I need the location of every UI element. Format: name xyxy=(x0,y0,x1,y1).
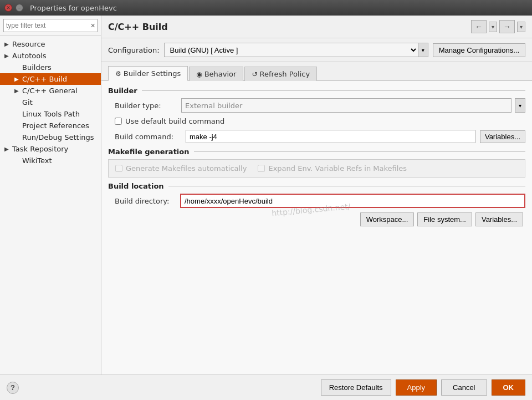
sidebar-item-cpp-general[interactable]: C/C++ General xyxy=(0,85,101,97)
expand-option: Expand Env. Variable Refs in Makefiles xyxy=(258,164,407,173)
config-select-wrap[interactable]: Build (GNU) [ Active ] ▾ xyxy=(164,43,428,57)
back-dropdown-button[interactable]: ▾ xyxy=(489,22,497,32)
tab-label: Refresh Policy xyxy=(259,70,310,78)
generate-option: Generate Makefiles automatically xyxy=(115,164,247,173)
panel: Builder Builder type: External builder ▾ xyxy=(101,81,532,374)
use-default-checkbox[interactable] xyxy=(115,118,122,125)
restore-defaults-button[interactable]: Restore Defaults xyxy=(321,379,391,396)
filter-clear-icon[interactable]: ✕ xyxy=(89,22,96,29)
tab-label: Behavior xyxy=(204,70,237,78)
section-divider xyxy=(168,186,525,186)
builder-type-row: Builder type: External builder ▾ xyxy=(108,98,525,113)
sidebar-item-builders[interactable]: Builders xyxy=(0,62,101,73)
page-title: C/C++ Build xyxy=(108,22,471,32)
sidebar: ✕ Resource Autotools Builders xyxy=(0,16,101,374)
sidebar-item-label: Autotools xyxy=(12,52,99,60)
build-location-title: Build location xyxy=(108,182,164,190)
builder-section-header: Builder xyxy=(108,87,525,95)
sidebar-item-label: Git xyxy=(22,98,99,107)
build-command-input[interactable] xyxy=(186,130,475,143)
build-command-label: Build command: xyxy=(115,133,181,141)
apply-button[interactable]: Apply xyxy=(396,379,437,396)
builder-section-title: Builder xyxy=(108,87,137,95)
content-area: C/C++ Build ← ▾ → ▾ Configuration: Build… xyxy=(101,16,532,374)
tab-label: Builder Settings xyxy=(124,69,181,78)
sidebar-item-label: Task Repository xyxy=(12,145,99,153)
sidebar-item-label: Project References xyxy=(22,121,99,130)
sidebar-item-resource[interactable]: Resource xyxy=(0,38,101,50)
expand-label: Expand Env. Variable Refs in Makefiles xyxy=(268,164,407,173)
sidebar-item-wikitext[interactable]: WikiText xyxy=(0,155,101,166)
sidebar-item-project-references[interactable]: Project References xyxy=(0,120,101,131)
generate-checkbox xyxy=(115,165,122,172)
arrow-icon xyxy=(4,41,12,47)
sidebar-item-autotools[interactable]: Autotools xyxy=(0,50,101,62)
build-location-variables-button[interactable]: Variables... xyxy=(475,212,523,226)
ok-button[interactable]: OK xyxy=(492,379,526,396)
builder-section: Builder Builder type: External builder ▾ xyxy=(108,87,525,143)
build-directory-input[interactable] xyxy=(180,194,525,208)
arrow-icon xyxy=(4,53,12,59)
builder-type-field: External builder xyxy=(181,98,511,113)
use-default-row: Use default build command xyxy=(108,117,525,125)
main-area: ✕ Resource Autotools Builders xyxy=(0,16,532,374)
bottom-bar: ? Restore Defaults Apply Cancel OK xyxy=(0,374,532,400)
builder-type-dropdown-icon[interactable]: ▾ xyxy=(515,98,525,113)
sidebar-item-cpp-build[interactable]: C/C++ Build xyxy=(0,73,101,85)
workspace-button[interactable]: Workspace... xyxy=(360,212,415,226)
makefile-options-row: Generate Makefiles automatically Expand … xyxy=(115,164,518,173)
makefile-section-header: Makefile generation xyxy=(108,148,525,156)
use-default-label: Use default build command xyxy=(125,117,224,125)
section-divider xyxy=(142,90,525,91)
makefile-section-title: Makefile generation xyxy=(108,148,190,156)
arrow-icon xyxy=(14,76,22,82)
sidebar-item-task-repository[interactable]: Task Repository xyxy=(0,143,101,155)
builder-type-value: External builder xyxy=(185,102,242,110)
build-dir-label: Build directory: xyxy=(115,197,176,205)
build-dir-row: Build directory: xyxy=(108,194,525,208)
window-title: Properties for openHevc xyxy=(30,4,117,12)
configuration-label: Configuration: xyxy=(108,46,160,54)
refresh-icon: ↺ xyxy=(252,70,257,78)
forward-button[interactable]: → xyxy=(499,20,515,33)
builder-type-label: Builder type: xyxy=(115,102,181,110)
sidebar-item-run-debug[interactable]: Run/Debug Settings xyxy=(0,131,101,143)
manage-configurations-button[interactable]: Manage Configurations... xyxy=(433,43,525,57)
panel-content: Builder Builder type: External builder ▾ xyxy=(101,87,532,226)
section-divider xyxy=(194,151,526,152)
generate-label: Generate Makefiles automatically xyxy=(126,164,247,173)
sidebar-item-label: Linux Tools Path xyxy=(22,110,99,118)
config-dropdown-icon[interactable]: ▾ xyxy=(418,43,428,57)
main-window: ✕ – Properties for openHevc ✕ Resource xyxy=(0,0,532,400)
cancel-button[interactable]: Cancel xyxy=(441,379,487,396)
build-command-row: Build command: Variables... xyxy=(108,130,525,143)
filter-input-wrap[interactable]: ✕ xyxy=(3,19,98,32)
makefile-section: Makefile generation Generate Makefiles a… xyxy=(108,148,525,178)
filesystem-button[interactable]: File system... xyxy=(417,212,472,226)
sidebar-item-git[interactable]: Git xyxy=(0,97,101,108)
build-command-variables-button[interactable]: Variables... xyxy=(480,130,525,143)
sidebar-item-label: Builders xyxy=(22,63,99,72)
build-location-section: Build location Build directory: Workspac… xyxy=(108,182,525,226)
build-location-buttons: Workspace... File system... Variables... xyxy=(108,212,525,226)
filter-input[interactable] xyxy=(6,22,89,29)
help-button[interactable]: ? xyxy=(7,382,19,394)
sidebar-item-linux-tools[interactable]: Linux Tools Path xyxy=(0,108,101,120)
configuration-select[interactable]: Build (GNU) [ Active ] xyxy=(165,44,418,56)
minimize-button[interactable]: – xyxy=(16,4,23,12)
tabs: ⚙ Builder Settings ◉ Behavior ↺ Refresh … xyxy=(101,62,532,81)
arrow-icon xyxy=(14,88,22,94)
tab-behavior[interactable]: ◉ Behavior xyxy=(189,67,243,81)
config-bar: Configuration: Build (GNU) [ Active ] ▾ … xyxy=(101,38,532,62)
content-header: C/C++ Build ← ▾ → ▾ xyxy=(101,16,532,38)
tab-refresh-policy[interactable]: ↺ Refresh Policy xyxy=(244,67,317,81)
sidebar-item-label: Run/Debug Settings xyxy=(22,133,99,141)
back-button[interactable]: ← xyxy=(471,20,487,33)
tab-builder-settings[interactable]: ⚙ Builder Settings xyxy=(108,66,188,81)
builder-type-control: External builder ▾ xyxy=(181,98,525,113)
behavior-icon: ◉ xyxy=(196,70,202,78)
close-button[interactable]: ✕ xyxy=(4,4,12,12)
sidebar-item-label: C/C++ General xyxy=(22,87,99,95)
forward-dropdown-button[interactable]: ▾ xyxy=(517,22,525,32)
arrow-icon xyxy=(4,146,12,152)
